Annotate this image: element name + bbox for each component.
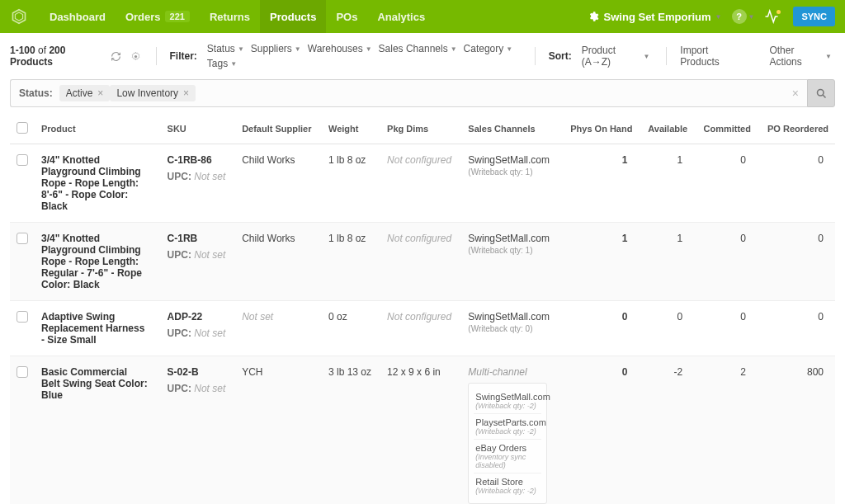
committed: 0 bbox=[694, 301, 758, 356]
sku: ADP-22 bbox=[168, 311, 229, 323]
filter-warehouses[interactable]: Warehouses▼ bbox=[304, 41, 375, 56]
sku: S-02-B bbox=[168, 366, 229, 378]
col-supplier[interactable]: Default Supplier bbox=[235, 114, 322, 144]
phys-on-hand: 1 bbox=[560, 223, 639, 301]
status-label: Status: bbox=[19, 87, 53, 99]
nav-dashboard[interactable]: Dashboard bbox=[40, 0, 116, 33]
activity-icon[interactable] bbox=[764, 9, 783, 24]
sku: C-1RB-86 bbox=[168, 154, 229, 166]
remove-chip-icon[interactable]: × bbox=[97, 87, 103, 99]
channel-item: PlaysetParts.com(Writeback qty: -2) bbox=[474, 414, 541, 440]
po-reordered: 0 bbox=[758, 301, 835, 356]
supplier-name: Child Works bbox=[242, 154, 295, 166]
po-reordered: 0 bbox=[758, 144, 835, 223]
nav-orders[interactable]: Orders221 bbox=[116, 0, 200, 33]
filter-tags[interactable]: Tags▼ bbox=[204, 56, 240, 71]
search-button[interactable] bbox=[807, 79, 835, 107]
col-reordered[interactable]: PO Reordered bbox=[758, 114, 835, 144]
phys-on-hand: 0 bbox=[560, 301, 639, 356]
filter-label: Filter: bbox=[170, 50, 197, 62]
clear-filters-icon[interactable]: × bbox=[792, 87, 799, 100]
main-nav: DashboardOrders221ReturnsProductsPOsAnal… bbox=[40, 0, 435, 33]
phys-on-hand: 1 bbox=[560, 144, 639, 223]
channel-item: Retail Store(Writeback qty: -2) bbox=[474, 473, 541, 498]
po-reordered: 0 bbox=[758, 223, 835, 301]
pkg-dims: Not configured bbox=[387, 154, 451, 166]
other-actions-menu[interactable]: Other Actions▼ bbox=[766, 43, 835, 69]
writeback-qty: (Writeback qty: 0) bbox=[468, 324, 554, 333]
supplier-name: Not set bbox=[242, 311, 273, 323]
filter-chip: Active× bbox=[59, 85, 111, 101]
help-icon: ? bbox=[732, 9, 747, 24]
sync-button[interactable]: SYNC bbox=[793, 7, 835, 26]
help-menu[interactable]: ? ▼ bbox=[732, 9, 755, 24]
committed: 0 bbox=[694, 223, 758, 301]
available: -2 bbox=[639, 356, 694, 505]
svg-point-3 bbox=[817, 89, 824, 96]
col-sku[interactable]: SKU bbox=[161, 114, 236, 144]
nav-analytics[interactable]: Analytics bbox=[367, 0, 435, 33]
multi-channel-label: Multi-channel bbox=[468, 366, 526, 378]
chevron-down-icon: ▼ bbox=[644, 53, 650, 60]
product-name[interactable]: 3/4" Knotted Playground Climbing Rope - … bbox=[41, 154, 149, 212]
table-row: 3/4" Knotted Playground Climbing Rope - … bbox=[10, 223, 835, 301]
col-pkg[interactable]: Pkg Dims bbox=[380, 114, 461, 144]
row-checkbox[interactable] bbox=[17, 311, 28, 323]
filter-chip-bar: Status: Active×Low Inventory× × bbox=[10, 79, 807, 107]
weight: 1 lb 8 oz bbox=[322, 223, 380, 301]
available: 1 bbox=[639, 144, 694, 223]
result-count: 1-100 of 200 Products bbox=[10, 45, 102, 68]
chevron-down-icon: ▼ bbox=[451, 45, 457, 53]
company-name: Swing Set Emporium bbox=[604, 11, 711, 23]
filter-category[interactable]: Category▼ bbox=[460, 41, 517, 56]
topbar: DashboardOrders221ReturnsProductsPOsAnal… bbox=[0, 0, 845, 33]
refresh-icon[interactable] bbox=[109, 49, 122, 64]
upc: UPC: Not set bbox=[168, 383, 229, 394]
row-checkbox[interactable] bbox=[17, 154, 28, 166]
supplier-name: YCH bbox=[242, 366, 262, 378]
company-menu[interactable]: Swing Set Emporium ▼ bbox=[587, 10, 722, 23]
writeback-qty: (Writeback qty: 1) bbox=[468, 246, 554, 255]
channel-name: SwingSetMall.com bbox=[468, 311, 554, 323]
col-available[interactable]: Available bbox=[639, 114, 694, 144]
nav-pos[interactable]: POs bbox=[326, 0, 367, 33]
col-weight[interactable]: Weight bbox=[322, 114, 380, 144]
nav-badge: 221 bbox=[165, 11, 190, 22]
committed: 2 bbox=[694, 356, 758, 505]
channel-item: eBay Orders(Inventory sync disabled) bbox=[474, 440, 541, 473]
table-row: Basic Commercial Belt Swing Seat Color: … bbox=[10, 356, 835, 505]
filter-chip: Low Inventory× bbox=[110, 85, 196, 101]
col-product[interactable]: Product bbox=[35, 114, 161, 144]
list-settings-icon[interactable] bbox=[129, 49, 142, 64]
table-row: 3/4" Knotted Playground Climbing Rope - … bbox=[10, 144, 835, 223]
col-onhand[interactable]: Phys On Hand bbox=[560, 114, 639, 144]
filter-suppliers[interactable]: Suppliers▼ bbox=[248, 41, 304, 56]
filter-status[interactable]: Status▼ bbox=[204, 41, 248, 56]
product-name[interactable]: Basic Commercial Belt Swing Seat Color: … bbox=[41, 366, 149, 401]
upc: UPC: Not set bbox=[168, 171, 229, 182]
remove-chip-icon[interactable]: × bbox=[183, 87, 189, 99]
app-logo-icon bbox=[10, 7, 28, 26]
available: 0 bbox=[639, 301, 694, 356]
supplier-name: Child Works bbox=[242, 233, 295, 244]
chevron-down-icon: ▼ bbox=[506, 45, 512, 53]
phys-on-hand: 0 bbox=[560, 356, 639, 505]
svg-marker-0 bbox=[13, 10, 26, 24]
sort-dropdown[interactable]: Product (A→Z)▼ bbox=[578, 43, 654, 69]
import-products-link[interactable]: Import Products bbox=[680, 45, 744, 68]
filter-sales-channels[interactable]: Sales Channels▼ bbox=[375, 41, 460, 56]
channel-name: SwingSetMall.com bbox=[468, 233, 554, 244]
select-all-checkbox[interactable] bbox=[17, 122, 28, 134]
nav-products[interactable]: Products bbox=[260, 0, 326, 33]
nav-returns[interactable]: Returns bbox=[200, 0, 260, 33]
svg-line-4 bbox=[823, 95, 825, 97]
col-committed[interactable]: Committed bbox=[694, 114, 758, 144]
product-name[interactable]: Adaptive Swing Replacement Harness - Siz… bbox=[41, 311, 149, 346]
writeback-qty: (Writeback qty: 1) bbox=[468, 167, 554, 177]
pkg-dims: Not configured bbox=[387, 233, 451, 244]
row-checkbox[interactable] bbox=[17, 233, 28, 244]
gear-icon bbox=[587, 10, 600, 23]
row-checkbox[interactable] bbox=[17, 366, 28, 378]
col-channels[interactable]: Sales Channels bbox=[461, 114, 560, 144]
product-name[interactable]: 3/4" Knotted Playground Climbing Rope - … bbox=[41, 233, 149, 290]
